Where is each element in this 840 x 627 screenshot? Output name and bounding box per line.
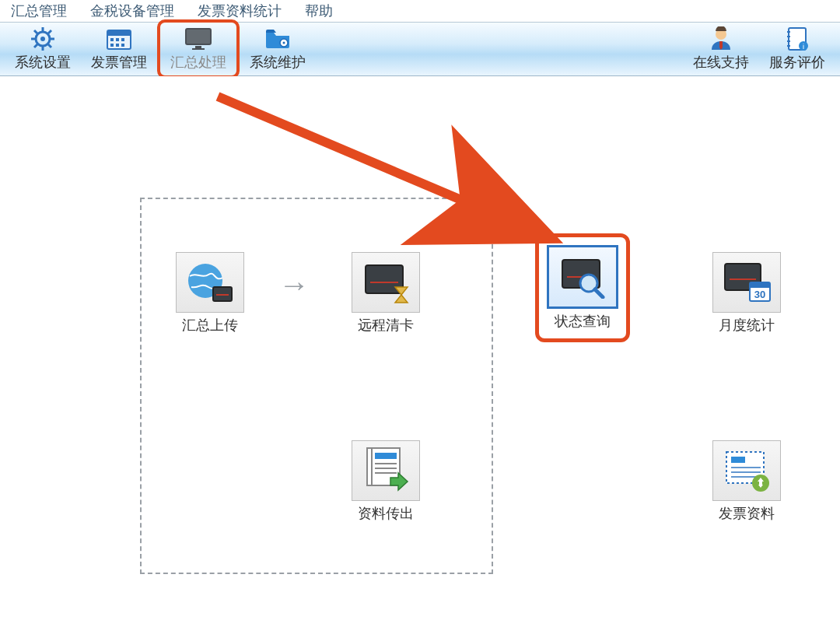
toolbar-system-maint[interactable]: 系统维护 bbox=[240, 23, 316, 75]
card-frame: 30 bbox=[712, 252, 781, 313]
card-label: 发票资料 bbox=[711, 504, 782, 523]
content-area: 汇总上传 → 远程清卡 bbox=[0, 76, 840, 627]
svg-rect-47 bbox=[375, 453, 397, 459]
folder-gear-icon bbox=[264, 26, 292, 51]
document-export-icon bbox=[362, 447, 409, 495]
card-status-query[interactable]: 状态查询 bbox=[547, 245, 618, 331]
menu-invoice-stats[interactable]: 发票资料统计 bbox=[198, 2, 282, 20]
svg-rect-20 bbox=[192, 48, 205, 50]
calendar-icon bbox=[105, 26, 133, 51]
svg-rect-13 bbox=[116, 38, 119, 41]
toolbar-online-support[interactable]: 在线支持 bbox=[683, 23, 759, 75]
card-label: 月度统计 bbox=[711, 316, 782, 335]
svg-rect-19 bbox=[195, 46, 201, 48]
svg-rect-17 bbox=[121, 44, 124, 47]
toolbar-label: 汇总处理 bbox=[170, 53, 226, 72]
card-label: 汇总上传 bbox=[174, 316, 246, 335]
svg-rect-12 bbox=[110, 38, 114, 41]
toolbar-summary-process[interactable]: 汇总处理 bbox=[157, 19, 240, 79]
card-data-export[interactable]: 资料传出 bbox=[350, 440, 422, 523]
card-invoice-data[interactable]: 发票资料 bbox=[711, 440, 782, 523]
toolbar-label: 发票管理 bbox=[91, 53, 147, 72]
toolbar-spacer bbox=[316, 23, 683, 75]
toolbar-label: 服务评价 bbox=[769, 53, 825, 72]
card-frame bbox=[352, 440, 420, 501]
card-frame bbox=[352, 252, 420, 313]
svg-rect-11 bbox=[107, 30, 131, 36]
monitor-hourglass-icon bbox=[361, 261, 411, 304]
menu-bar: 汇总管理 金税设备管理 发票资料统计 帮助 bbox=[0, 0, 840, 22]
svg-line-8 bbox=[48, 30, 51, 33]
monitor-icon bbox=[184, 26, 212, 51]
toolbar-invoice-mgmt[interactable]: 发票管理 bbox=[81, 23, 157, 75]
toolbar-label: 系统维护 bbox=[250, 53, 306, 72]
menu-summary-mgmt[interactable]: 汇总管理 bbox=[11, 2, 67, 20]
svg-text:i: i bbox=[803, 43, 804, 51]
svg-point-22 bbox=[283, 42, 285, 44]
toolbar: 系统设置 发票管理 汇总处理 系统维护 在线支持 bbox=[0, 22, 840, 76]
card-label: 状态查询 bbox=[547, 312, 618, 331]
svg-rect-16 bbox=[116, 44, 119, 47]
monitor-search-icon bbox=[558, 255, 607, 299]
svg-line-6 bbox=[34, 30, 37, 33]
support-person-icon bbox=[707, 26, 735, 51]
svg-line-9 bbox=[34, 44, 37, 47]
gear-icon bbox=[29, 26, 57, 51]
flow-arrow-icon: → bbox=[278, 268, 310, 303]
card-frame bbox=[176, 252, 244, 313]
highlight-status-query: 状态查询 bbox=[535, 233, 630, 342]
svg-rect-52 bbox=[731, 457, 745, 463]
toolbar-label: 系统设置 bbox=[15, 53, 71, 72]
toolbar-system-settings[interactable]: 系统设置 bbox=[5, 23, 81, 75]
card-remote-clear[interactable]: 远程清卡 bbox=[350, 252, 422, 335]
card-summary-upload[interactable]: 汇总上传 bbox=[174, 252, 246, 335]
svg-line-39 bbox=[595, 289, 603, 297]
svg-text:30: 30 bbox=[754, 289, 765, 300]
toolbar-service-rating[interactable]: i 服务评价 bbox=[759, 23, 835, 75]
notebook-icon: i bbox=[783, 26, 811, 51]
svg-rect-43 bbox=[750, 282, 770, 288]
monitor-calendar-icon: 30 bbox=[722, 261, 772, 304]
toolbar-label: 在线支持 bbox=[693, 53, 749, 72]
invoice-icon bbox=[722, 447, 772, 494]
card-frame bbox=[547, 245, 618, 309]
menu-help[interactable]: 帮助 bbox=[305, 2, 333, 20]
card-monthly-stats[interactable]: 30 月度统计 bbox=[711, 252, 782, 335]
menu-tax-device[interactable]: 金税设备管理 bbox=[90, 2, 174, 20]
svg-rect-14 bbox=[121, 38, 124, 41]
svg-line-7 bbox=[48, 44, 51, 47]
svg-rect-18 bbox=[186, 29, 211, 44]
card-label: 远程清卡 bbox=[350, 316, 422, 335]
svg-rect-15 bbox=[110, 44, 114, 47]
globe-upload-icon bbox=[185, 261, 235, 304]
card-frame bbox=[712, 440, 781, 501]
svg-point-1 bbox=[40, 37, 45, 41]
card-label: 资料传出 bbox=[350, 504, 422, 523]
